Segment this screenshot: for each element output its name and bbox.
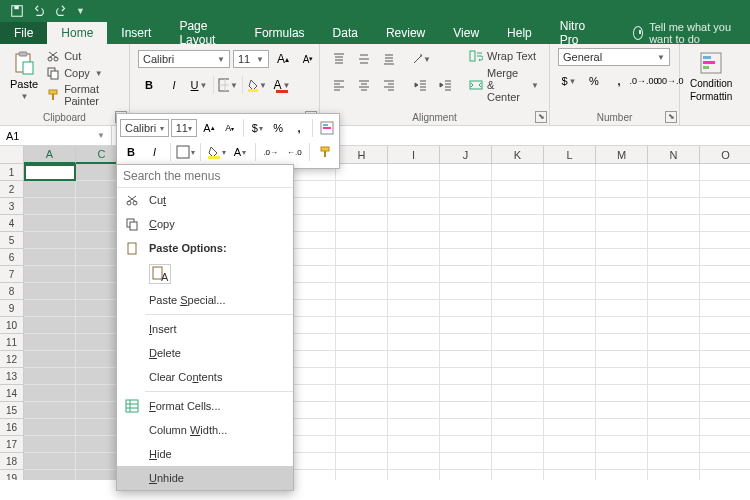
font-color-button[interactable]: A▼ — [271, 74, 293, 96]
cell[interactable] — [440, 300, 492, 317]
cell[interactable] — [648, 232, 700, 249]
merge-center-button[interactable]: Merge & Center▼ — [467, 66, 541, 104]
tab-review[interactable]: Review — [372, 22, 439, 44]
row-header-7[interactable]: 7 — [0, 266, 24, 283]
cell[interactable] — [492, 436, 544, 453]
cell[interactable] — [544, 368, 596, 385]
cell[interactable] — [440, 470, 492, 480]
cell[interactable] — [388, 266, 440, 283]
cell[interactable] — [440, 317, 492, 334]
cell[interactable] — [648, 351, 700, 368]
font-name-input[interactable]: Calibri▼ — [138, 50, 230, 68]
cell[interactable] — [648, 300, 700, 317]
cell[interactable] — [388, 470, 440, 480]
mini-decrease-font-icon[interactable]: A▾ — [220, 117, 239, 139]
cell[interactable] — [700, 419, 750, 436]
row-header-6[interactable]: 6 — [0, 249, 24, 266]
ctx-column-width[interactable]: Column Width... — [117, 418, 293, 442]
cell[interactable] — [388, 164, 440, 181]
cell[interactable] — [24, 368, 76, 385]
cell[interactable] — [544, 232, 596, 249]
cell[interactable] — [24, 470, 76, 480]
cell[interactable] — [388, 181, 440, 198]
cell[interactable] — [24, 385, 76, 402]
row-header-2[interactable]: 2 — [0, 181, 24, 198]
worksheet-grid[interactable]: ACDEFGHIJKLMNO 1234567891011121314151617… — [0, 146, 750, 480]
cell[interactable] — [492, 317, 544, 334]
cell[interactable] — [388, 283, 440, 300]
mini-font-name[interactable]: Calibri▾ — [120, 119, 169, 137]
underline-button[interactable]: U▼ — [188, 74, 210, 96]
cell[interactable] — [596, 198, 648, 215]
context-menu-search[interactable]: Search the menus — [117, 165, 293, 188]
font-size-input[interactable]: 11▼ — [233, 50, 269, 68]
cell[interactable] — [440, 215, 492, 232]
cell[interactable] — [336, 334, 388, 351]
cell[interactable] — [440, 181, 492, 198]
cell[interactable] — [596, 419, 648, 436]
row-header-5[interactable]: 5 — [0, 232, 24, 249]
ctx-cut[interactable]: Cut — [117, 188, 293, 212]
row-header-15[interactable]: 15 — [0, 402, 24, 419]
cell[interactable] — [596, 334, 648, 351]
row-header-10[interactable]: 10 — [0, 317, 24, 334]
select-all-corner[interactable] — [0, 146, 24, 164]
cell[interactable] — [544, 164, 596, 181]
cell[interactable] — [700, 164, 750, 181]
cell[interactable] — [336, 300, 388, 317]
cell[interactable] — [440, 453, 492, 470]
col-header-M[interactable]: M — [596, 146, 648, 164]
cell[interactable] — [648, 419, 700, 436]
cell[interactable] — [24, 453, 76, 470]
cell[interactable] — [440, 249, 492, 266]
cell[interactable] — [648, 317, 700, 334]
cut-button[interactable]: Cut — [44, 48, 121, 64]
cell[interactable] — [648, 334, 700, 351]
cell[interactable] — [596, 436, 648, 453]
row-header-8[interactable]: 8 — [0, 283, 24, 300]
cell[interactable] — [492, 470, 544, 480]
mini-bold-button[interactable]: B — [120, 141, 142, 163]
cell[interactable] — [24, 402, 76, 419]
cell[interactable] — [596, 266, 648, 283]
cell[interactable] — [544, 419, 596, 436]
cell[interactable] — [388, 300, 440, 317]
cell[interactable] — [440, 232, 492, 249]
cell[interactable] — [648, 436, 700, 453]
cell[interactable] — [492, 215, 544, 232]
tab-formulas[interactable]: Formulas — [241, 22, 319, 44]
cell[interactable] — [648, 249, 700, 266]
row-header-12[interactable]: 12 — [0, 351, 24, 368]
mini-inc-decimal-icon[interactable]: .0→ — [260, 141, 282, 163]
number-launcher-icon[interactable]: ⬊ — [665, 111, 677, 123]
mini-fill-color-icon[interactable]: ▾ — [205, 141, 227, 163]
cell[interactable] — [24, 266, 76, 283]
cell[interactable] — [24, 334, 76, 351]
cell[interactable] — [544, 266, 596, 283]
tell-me[interactable]: Tell me what you want to do — [625, 22, 750, 44]
cell[interactable] — [700, 232, 750, 249]
cell[interactable] — [336, 402, 388, 419]
tab-view[interactable]: View — [439, 22, 493, 44]
cell[interactable] — [24, 249, 76, 266]
cell[interactable] — [648, 181, 700, 198]
mini-borders-icon[interactable]: ▾ — [174, 141, 196, 163]
alignment-launcher-icon[interactable]: ⬊ — [535, 111, 547, 123]
cell[interactable] — [544, 198, 596, 215]
conditional-formatting-button[interactable]: Condition Formattin — [688, 48, 734, 104]
italic-button[interactable]: I — [163, 74, 185, 96]
cell[interactable] — [596, 283, 648, 300]
cell[interactable] — [24, 283, 76, 300]
cell[interactable] — [24, 198, 76, 215]
cell[interactable] — [440, 385, 492, 402]
cell[interactable] — [336, 266, 388, 283]
cell[interactable] — [700, 453, 750, 470]
cell[interactable] — [24, 436, 76, 453]
cell[interactable] — [544, 317, 596, 334]
cell[interactable] — [492, 198, 544, 215]
cell[interactable] — [492, 419, 544, 436]
row-header-13[interactable]: 13 — [0, 368, 24, 385]
percent-format-icon[interactable]: % — [583, 70, 605, 92]
tab-data[interactable]: Data — [319, 22, 372, 44]
cell[interactable] — [440, 351, 492, 368]
